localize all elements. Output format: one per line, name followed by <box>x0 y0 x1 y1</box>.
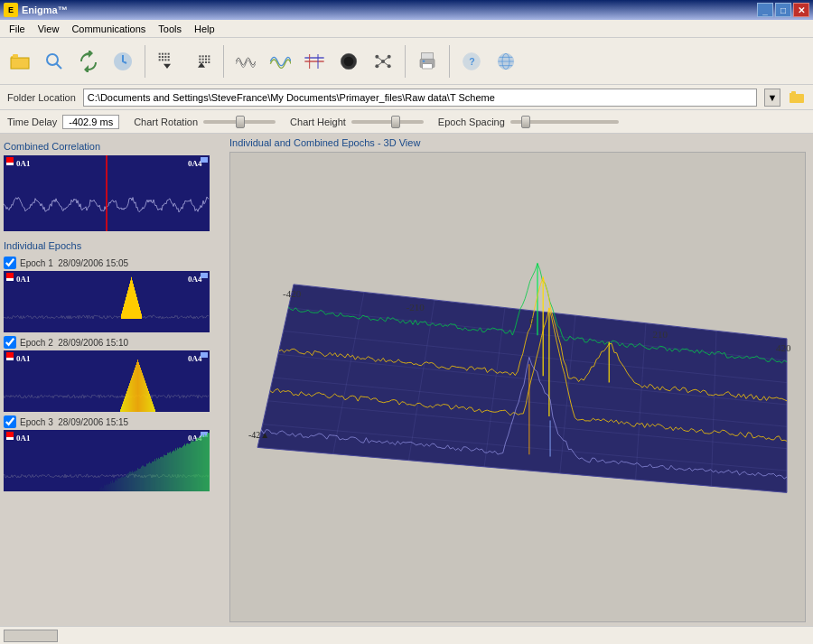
chart-height-track[interactable] <box>351 120 424 124</box>
combined-correlation-chart <box>4 155 210 231</box>
menu-help[interactable]: Help <box>189 22 220 36</box>
waveform2-btn[interactable] <box>264 45 296 78</box>
3d-view-canvas <box>230 153 805 622</box>
help-btn[interactable]: ? <box>455 45 488 78</box>
epoch-1-row: Epoch 1 28/09/2006 15:05 <box>4 257 219 269</box>
waveform1-btn[interactable] <box>229 45 262 78</box>
epoch-1-checkbox[interactable] <box>4 257 16 269</box>
svg-rect-25 <box>205 58 207 60</box>
3d-view-title: Individual and Combined Epochs - 3D View <box>229 137 806 148</box>
title-bar: E Enigma™ _ □ ✕ <box>0 0 813 20</box>
individual-epochs-title: Individual Epochs <box>4 240 219 251</box>
right-panel: Individual and Combined Epochs - 3D View <box>222 134 813 626</box>
epoch-spacing-track[interactable] <box>510 120 619 124</box>
globe-btn[interactable] <box>490 45 522 78</box>
chart-rotation-track[interactable] <box>203 120 276 124</box>
svg-rect-26 <box>208 58 210 60</box>
folder-location-label: Folder Location <box>7 92 76 103</box>
close-btn[interactable]: ✕ <box>793 3 809 17</box>
folder-open-btn[interactable] <box>4 45 36 78</box>
main-content: Combined Correlation Individual Epochs E… <box>0 134 813 626</box>
svg-rect-16 <box>164 59 166 61</box>
app-title: Enigma™ <box>22 5 68 15</box>
folder-location-dropdown[interactable]: ▼ <box>764 89 780 107</box>
epoch-3-row: Epoch 3 28/09/2006 15:15 <box>4 415 219 428</box>
folder-browse-btn[interactable] <box>788 89 806 107</box>
epoch-2-label: Epoch 2 28/09/2006 15:10 <box>20 338 128 348</box>
epoch-spacing-thumb[interactable] <box>521 116 530 128</box>
svg-rect-50 <box>423 60 425 61</box>
svg-point-37 <box>344 56 354 66</box>
svg-rect-28 <box>202 61 204 63</box>
svg-rect-3 <box>13 54 18 58</box>
toolbar: ? <box>0 38 813 85</box>
print-btn[interactable] <box>411 45 444 78</box>
epoch-2-chart-container <box>4 350 210 412</box>
cursor-up-btn[interactable] <box>185 45 218 78</box>
svg-rect-14 <box>159 59 161 61</box>
network-btn[interactable] <box>367 45 399 78</box>
separator-2 <box>223 45 224 78</box>
svg-rect-27 <box>199 61 201 63</box>
menu-view[interactable]: View <box>33 22 65 36</box>
status-scrollbar[interactable] <box>4 630 58 642</box>
maximize-btn[interactable]: □ <box>775 3 791 17</box>
menu-file[interactable]: File <box>4 22 31 36</box>
epoch-1-chart-container <box>4 271 210 332</box>
chart-height-group: Chart Height <box>290 117 424 127</box>
separator-4 <box>449 45 450 78</box>
chart-rotation-group: Chart Rotation <box>134 117 276 127</box>
cursor-down-btn[interactable] <box>151 45 183 78</box>
circle-btn[interactable] <box>332 45 365 78</box>
sync-btn[interactable] <box>107 45 139 78</box>
svg-rect-7 <box>162 52 164 54</box>
svg-rect-11 <box>162 56 164 58</box>
epoch-1-label: Epoch 1 28/09/2006 15:05 <box>20 258 128 268</box>
epoch-spacing-label: Epoch Spacing <box>438 117 505 127</box>
svg-rect-8 <box>164 52 166 54</box>
svg-line-46 <box>383 61 389 66</box>
svg-rect-49 <box>423 63 433 68</box>
menu-tools[interactable]: Tools <box>153 22 187 36</box>
svg-rect-6 <box>159 52 161 54</box>
minimize-btn[interactable]: _ <box>757 3 773 17</box>
svg-line-5 <box>56 63 61 69</box>
svg-rect-60 <box>791 91 796 94</box>
svg-rect-19 <box>199 55 201 57</box>
svg-rect-29 <box>205 61 207 63</box>
svg-rect-30 <box>208 61 210 63</box>
epoch-spacing-group: Epoch Spacing <box>438 117 619 127</box>
svg-rect-12 <box>164 56 166 58</box>
search-btn[interactable] <box>38 45 70 78</box>
svg-line-45 <box>377 61 383 66</box>
svg-line-44 <box>383 56 389 61</box>
svg-rect-21 <box>205 55 207 57</box>
chart-height-thumb[interactable] <box>391 116 400 128</box>
svg-rect-1 <box>11 58 29 69</box>
svg-rect-15 <box>162 59 164 61</box>
svg-rect-22 <box>208 55 210 57</box>
svg-rect-20 <box>202 55 204 57</box>
svg-rect-17 <box>168 59 170 61</box>
svg-rect-24 <box>202 58 204 60</box>
chart-rotation-thumb[interactable] <box>236 116 245 128</box>
svg-line-43 <box>377 56 383 61</box>
separator-3 <box>405 45 406 78</box>
combined-correlation-canvas <box>4 155 210 231</box>
folder-location-input[interactable] <box>83 89 757 107</box>
left-panel: Combined Correlation Individual Epochs E… <box>0 134 222 626</box>
menu-communications[interactable]: Communications <box>66 22 151 36</box>
chart-height-label: Chart Height <box>290 117 346 127</box>
time-delay-label: Time Delay <box>7 117 57 127</box>
waveform3-btn[interactable] <box>298 45 331 78</box>
status-bar <box>0 626 813 644</box>
svg-marker-31 <box>198 62 205 67</box>
epoch-2-checkbox[interactable] <box>4 336 16 349</box>
epoch-3-checkbox[interactable] <box>4 415 16 428</box>
epoch-3-canvas <box>4 430 210 491</box>
time-delay-group: Time Delay -402.9 ms <box>7 115 119 129</box>
refresh-btn[interactable] <box>72 45 105 78</box>
time-delay-value: -402.9 ms <box>62 115 119 129</box>
address-bar: Folder Location ▼ <box>0 85 813 110</box>
chart-rotation-label: Chart Rotation <box>134 117 198 127</box>
